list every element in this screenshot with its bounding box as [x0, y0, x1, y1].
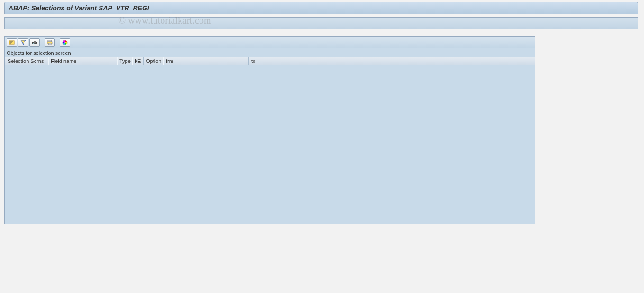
col-to[interactable]: to — [249, 57, 334, 65]
sort-ascending-button[interactable] — [7, 38, 17, 47]
svg-point-4 — [33, 43, 34, 44]
print-icon — [46, 39, 53, 46]
col-selection-scrns[interactable]: Selection Scrns — [6, 57, 48, 65]
find-button[interactable] — [29, 38, 40, 47]
col-type[interactable]: Type — [117, 57, 132, 65]
col-ie[interactable]: I/E — [132, 57, 144, 65]
application-toolbar — [4, 17, 638, 29]
color-legend-button[interactable] — [60, 38, 70, 47]
print-button[interactable] — [45, 38, 55, 47]
filter-icon — [20, 39, 27, 46]
title-bar: ABAP: Selections of Variant SAP_VTR_REGI — [4, 2, 638, 14]
sort-ascending-icon — [9, 39, 15, 46]
color-wheel-icon — [62, 39, 68, 46]
filter-button[interactable] — [18, 38, 28, 47]
svg-rect-6 — [48, 40, 52, 42]
col-frm[interactable]: frm — [163, 57, 249, 65]
section-label: Objects for selection screen — [5, 48, 535, 57]
col-option[interactable]: Option — [144, 57, 163, 65]
alv-toolbar — [5, 37, 535, 48]
table-header: Selection Scrns Field name Type I/E Opti… — [5, 57, 535, 65]
content-area: Objects for selection screen Selection S… — [4, 36, 535, 224]
col-field-name[interactable]: Field name — [48, 57, 117, 65]
binoculars-icon — [31, 39, 38, 46]
svg-rect-8 — [48, 43, 51, 45]
svg-point-5 — [36, 43, 36, 44]
page-title: ABAP: Selections of Variant SAP_VTR_REGI — [9, 4, 149, 12]
svg-rect-3 — [34, 41, 36, 43]
